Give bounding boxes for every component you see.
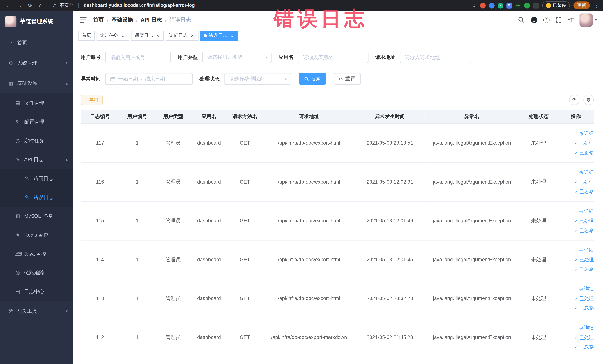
app-name-input[interactable] <box>298 52 369 63</box>
extension-icon-4[interactable]: ⊞ <box>506 2 512 8</box>
tab-label: 访问日志 <box>169 32 188 39</box>
export-button[interactable]: ↓ 导出 <box>81 95 103 105</box>
action-detail-link[interactable]: ◎详细 <box>579 206 594 216</box>
action-detail-link[interactable]: ◎详细 <box>579 167 594 177</box>
extension-icon-6[interactable] <box>524 2 530 8</box>
action-processed-link[interactable]: ✓已处理 <box>575 294 594 303</box>
address-bar-url[interactable]: dashboard.yudao.iocoder.cn/infra/log/api… <box>84 3 195 8</box>
extension-icon-3[interactable]: Y <box>498 2 503 8</box>
breadcrumb-item-1[interactable]: 基础设施 <box>111 16 133 23</box>
fullscreen-icon[interactable] <box>555 16 562 23</box>
cell-app: dashboard <box>191 162 227 201</box>
column-settings-button[interactable]: ⚙ <box>583 94 594 105</box>
action-processed-link[interactable]: ✓已处理 <box>575 138 594 148</box>
font-size-icon[interactable]: TT <box>568 16 574 23</box>
sidebar-item-0[interactable]: ⌂首页 <box>0 32 73 53</box>
action-ignored-link[interactable]: ✓已忽略 <box>575 148 594 157</box>
close-icon[interactable]: × <box>190 33 195 38</box>
close-icon[interactable]: × <box>120 33 126 38</box>
browser-update-button[interactable]: 更新 <box>573 1 590 9</box>
close-icon[interactable]: × <box>155 33 160 38</box>
tab-0[interactable]: 首页 <box>78 31 94 41</box>
hamburger-icon[interactable] <box>79 16 87 23</box>
search-icon[interactable] <box>518 16 525 23</box>
user-type-select[interactable]: 请选择用户类型 ▾ <box>202 52 271 63</box>
sidebar-item-5[interactable]: ◷定时任务 <box>0 131 73 150</box>
extension-icon-5[interactable]: on <box>515 2 521 8</box>
extension-icon-2[interactable] <box>489 2 494 8</box>
sidebar-item-13[interactable]: ▤日志中心 <box>0 282 73 301</box>
action-processed-link[interactable]: ✓已处理 <box>575 333 594 342</box>
action-ignored-link[interactable]: ✓已忽略 <box>575 303 594 313</box>
reload-icon[interactable]: ⟳ <box>25 2 35 8</box>
action-processed-link[interactable]: ✓已处理 <box>575 255 594 264</box>
home-icon[interactable]: ⌂ <box>36 2 46 8</box>
check-icon: ✓ <box>575 187 578 196</box>
tab-2[interactable]: 调度日志× <box>131 31 164 41</box>
sidebar-item-1[interactable]: ⚙系统管理▾ <box>0 53 73 73</box>
extension-icon-7[interactable] <box>533 2 538 8</box>
extension-icon-1[interactable] <box>480 2 486 8</box>
refresh-table-button[interactable]: ⟳ <box>569 94 580 105</box>
sidebar-logo[interactable]: 芋道管理系统 <box>0 11 73 32</box>
breadcrumb-separator: / <box>165 17 166 23</box>
row-actions: ◎详细✓已处理✓已忽略 <box>559 206 594 235</box>
content-area: 用户编号 用户类型 请选择用户类型 ▾ 应用名 <box>73 42 603 364</box>
user-menu[interactable]: ▾ <box>580 13 597 26</box>
smiley-icon <box>546 3 551 8</box>
bookmark-star-icon[interactable]: ☆ <box>472 2 476 8</box>
paused-extension-button[interactable]: 已暂停 <box>542 1 570 9</box>
action-ignored-link[interactable]: ✓已忽略 <box>575 226 594 235</box>
process-status-select[interactable]: 请选择处理状态 ▾ <box>224 73 291 84</box>
sidebar-item-14[interactable]: ⚒研发工具▾ <box>0 301 73 321</box>
sidebar-item-9[interactable]: ▥MySQL 监控 <box>0 207 73 225</box>
sidebar-item-11[interactable]: ⌨Java 监控 <box>0 244 73 263</box>
action-label: 详细 <box>584 245 594 255</box>
help-icon[interactable]: ? <box>543 17 549 23</box>
sidebar-item-10[interactable]: ◈Redis 监控 <box>0 225 73 244</box>
action-ignored-link[interactable]: ✓已忽略 <box>575 342 594 351</box>
action-detail-link[interactable]: ◎详细 <box>579 284 594 293</box>
breadcrumb-item-0[interactable]: 首页 <box>93 16 104 23</box>
action-ignored-link[interactable]: ✓已忽略 <box>575 187 594 196</box>
sidebar-item-3[interactable]: ▤文件管理 <box>0 94 73 112</box>
request-url-input[interactable] <box>400 52 471 63</box>
column-header-user_id: 用户编号 <box>119 110 155 124</box>
action-ignored-link[interactable]: ✓已忽略 <box>575 264 594 274</box>
sidebar-item-2[interactable]: ▦基础设施▴ <box>0 73 73 94</box>
reset-button[interactable]: ⟳ 重置 <box>334 73 361 84</box>
sidebar-item-8[interactable]: ✎错误日志 <box>0 188 73 207</box>
grid-icon: ▦ <box>8 81 14 86</box>
action-detail-link[interactable]: ◎详细 <box>579 129 594 138</box>
cell-actions: ◎详细✓已处理✓已忽略 <box>558 124 594 163</box>
tab-4[interactable]: 错误日志× <box>200 31 238 41</box>
cell-url: /api/infra/db-doc/export-markdown <box>263 318 355 357</box>
tab-3[interactable]: 访问日志× <box>166 31 198 41</box>
check-icon: ✓ <box>575 294 578 303</box>
sidebar-item-6[interactable]: ✎API 日志▴ <box>0 150 73 169</box>
tab-1[interactable]: 定时任务× <box>97 31 129 41</box>
sidebar-item-label: Java 监控 <box>24 250 46 257</box>
action-detail-link[interactable]: ◎详细 <box>579 245 594 255</box>
sidebar-item-7[interactable]: ✎访问日志 <box>0 169 73 188</box>
sidebar-item-12[interactable]: ◎链路追踪 <box>0 263 73 282</box>
cell-user_id: 1 <box>119 240 155 279</box>
column-header-user_type: 用户类型 <box>155 110 191 124</box>
site-security-chip[interactable]: ⚠ 不安全 | dashboard.yudao.iocoder.cn/infra… <box>53 2 195 9</box>
action-detail-link[interactable]: ◎详细 <box>579 323 594 332</box>
cell-app: dashboard <box>191 201 227 240</box>
browser-menu-icon[interactable]: ⋮ <box>594 2 599 8</box>
filter-row-2: 异常时间 开始日期 - 结束日期 处理状态 请选 <box>81 73 594 84</box>
github-icon[interactable] <box>531 16 537 23</box>
action-processed-link[interactable]: ✓已处理 <box>575 216 594 225</box>
sidebar-item-4[interactable]: ✎配置管理 <box>0 112 73 131</box>
close-icon[interactable]: × <box>229 33 234 38</box>
action-processed-link[interactable]: ✓已处理 <box>575 177 594 186</box>
forward-icon[interactable]: → <box>15 2 24 8</box>
search-button[interactable]: 搜索 <box>299 73 326 84</box>
back-icon[interactable]: ← <box>4 2 13 8</box>
user-id-input[interactable] <box>105 52 171 63</box>
exception-time-range[interactable]: 开始日期 - 结束日期 <box>105 73 193 84</box>
breadcrumb-item-2[interactable]: API 日志 <box>141 16 162 23</box>
download-icon: ↓ <box>85 97 87 103</box>
